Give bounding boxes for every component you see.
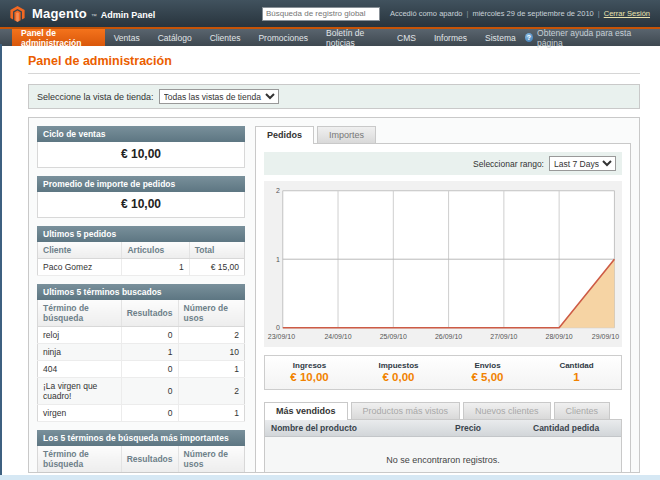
card-value: € 10,00: [37, 142, 245, 168]
column-header: Articulos: [122, 242, 189, 259]
logo-title: Magento: [32, 6, 87, 21]
page-title: Panel de administración: [28, 54, 640, 68]
column-header: Número de usos: [178, 300, 244, 327]
nav-item[interactable]: Ventas: [105, 29, 149, 46]
svg-text:23/09/10: 23/09/10: [268, 333, 295, 341]
last-orders-card: Ultimos 5 pedidos ClienteArticulosTotalP…: [37, 226, 245, 276]
lifetime-sales-card: Ciclo de ventas € 10,00: [37, 126, 245, 168]
svg-text:1: 1: [276, 256, 280, 264]
range-bar: Seleccionar rango: Last 7 Days: [264, 152, 622, 175]
svg-text:26/09/10: 26/09/10: [435, 333, 462, 341]
logout-link[interactable]: Cerrar Sesión: [604, 9, 650, 18]
window-edge-left: [0, 44, 2, 480]
nav-item[interactable]: Panel de administración: [12, 29, 105, 46]
table-row: reloj02: [38, 327, 245, 344]
report-tabs: Más vendidosProductos más vistosNuevos c…: [264, 402, 622, 419]
table-row: ninja110: [38, 344, 245, 361]
logo-subtitle: Admin Panel: [101, 10, 156, 20]
column-header: Total: [189, 242, 244, 259]
grid-header: Nombre del productoPrecioCantidad pedida: [265, 420, 621, 437]
column-header: Cliente: [38, 242, 122, 259]
dashboard-main: PedidosImportes Seleccionar rango: Last …: [255, 126, 631, 464]
nav-item[interactable]: Promociones: [249, 29, 317, 46]
top-search-terms-card: Los 5 términos de búsqueda más important…: [37, 430, 245, 473]
nav-list: Panel de administraciónVentasCatálogoCli…: [12, 29, 525, 46]
svg-text:27/09/10: 27/09/10: [490, 333, 517, 341]
card-value: € 10,00: [37, 192, 245, 218]
header: Magento™ Admin Panel Accedió como apardo…: [0, 0, 660, 27]
card-title: Los 5 términos de búsqueda más important…: [37, 430, 245, 446]
nav-item[interactable]: Clientes: [201, 29, 250, 46]
svg-text:28/09/10: 28/09/10: [546, 333, 573, 341]
orders-chart-svg: 23/09/1024/09/1025/09/1026/09/1027/09/10…: [266, 185, 620, 343]
dashboard-sidebar: Ciclo de ventas € 10,00 Promedio de impo…: [37, 126, 245, 464]
total-label: Ingresos: [265, 361, 354, 370]
nav-item[interactable]: Sistema: [476, 29, 525, 46]
card-title: Promedio de importe de pedidos: [37, 176, 245, 192]
range-label: Seleccionar rango:: [473, 159, 544, 169]
table-row: ninja110: [38, 473, 245, 474]
store-view-select[interactable]: Todas las vistas de tienda: [159, 89, 279, 104]
total-stat: Impuestos€ 0,00: [354, 361, 443, 383]
total-stat: Ingresos€ 10,00: [265, 361, 354, 383]
orders-panel: Seleccionar rango: Last 7 Days 23/09/102…: [255, 143, 631, 473]
tab[interactable]: Importes: [317, 126, 376, 143]
bestsellers-grid: Nombre del productoPrecioCantidad pedida…: [264, 419, 622, 473]
logo: Magento™ Admin Panel: [10, 6, 155, 22]
svg-text:0: 0: [276, 324, 280, 332]
current-date: miércoles 29 de septiembre de 2010: [472, 9, 593, 18]
total-value: € 5,00: [443, 371, 532, 383]
svg-text:2: 2: [276, 187, 280, 195]
card-title: Ultimos 5 términos buscados: [37, 284, 245, 300]
store-switcher-label: Seleccione la vista de tienda:: [37, 92, 154, 102]
table-row: Paco Gomez1€ 15,00: [38, 259, 245, 276]
nav-item[interactable]: Informes: [425, 29, 476, 46]
table-row: 40401: [38, 361, 245, 378]
help-link[interactable]: ? Obtener ayuda para esta página: [525, 29, 660, 46]
table-row: virgen01: [38, 405, 245, 422]
svg-text:29/09/10: 29/09/10: [592, 333, 619, 341]
average-orders-card: Promedio de importe de pedidos € 10,00: [37, 176, 245, 218]
logo-trademark: ™: [91, 13, 97, 19]
header-meta: Accedió como apardo | miércoles 29 de se…: [390, 9, 650, 18]
tab[interactable]: Más vendidos: [264, 402, 348, 420]
orders-chart: 23/09/1024/09/1025/09/1026/09/1027/09/10…: [264, 181, 622, 347]
magento-admin-page: Magento™ Admin Panel Accedió como apardo…: [0, 0, 660, 480]
last-search-terms-card: Ultimos 5 términos buscados Término de b…: [37, 284, 245, 422]
range-select[interactable]: Last 7 Days: [549, 156, 616, 171]
window-edge-bottom: [0, 475, 660, 480]
last-search-table: Término de búsquedaResultadosNúmero de u…: [37, 300, 245, 422]
column-header: Resultados: [121, 300, 178, 327]
nav-item[interactable]: Boletín de noticias: [317, 29, 388, 46]
global-search-input[interactable]: [262, 7, 380, 21]
grid-column-header: Cantidad pedida: [527, 420, 621, 436]
nav-item[interactable]: Catálogo: [149, 29, 201, 46]
top-search-table: Término de búsquedaResultadosNúmero de u…: [37, 446, 245, 473]
svg-text:25/09/10: 25/09/10: [380, 333, 407, 341]
magento-logo-icon: [10, 6, 25, 22]
column-header: Término de búsqueda: [38, 300, 122, 327]
column-header: Resultados: [121, 446, 178, 473]
svg-text:24/09/10: 24/09/10: [324, 333, 351, 341]
last-orders-table: ClienteArticulosTotalPaco Gomez1€ 15,00: [37, 242, 245, 276]
tab[interactable]: Pedidos: [255, 126, 314, 144]
total-value: € 0,00: [354, 371, 443, 383]
store-switcher: Seleccione la vista de tienda: Todas las…: [28, 84, 640, 109]
tab: Productos más vistos: [351, 402, 461, 419]
total-label: Cantidad: [532, 361, 621, 370]
logged-in-as: Accedió como apardo: [390, 9, 463, 18]
grid-empty-message: No se encontraron registros.: [265, 437, 621, 473]
card-title: Ultimos 5 pedidos: [37, 226, 245, 242]
help-icon: ?: [525, 33, 533, 42]
total-stat: Envios€ 5,00: [443, 361, 532, 383]
diagram-tabs: PedidosImportes: [255, 126, 631, 143]
help-label: Obtener ayuda para esta página: [537, 28, 650, 48]
card-title: Ciclo de ventas: [37, 126, 245, 142]
nav-item[interactable]: CMS: [388, 29, 425, 46]
content: Panel de administración Seleccione la vi…: [0, 46, 660, 473]
grid-column-header: Nombre del producto: [265, 420, 449, 436]
total-stat: Cantidad1: [532, 361, 621, 383]
total-value: € 10,00: [265, 371, 354, 383]
total-value: 1: [532, 371, 621, 383]
dashboard: Ciclo de ventas € 10,00 Promedio de impo…: [28, 117, 640, 473]
